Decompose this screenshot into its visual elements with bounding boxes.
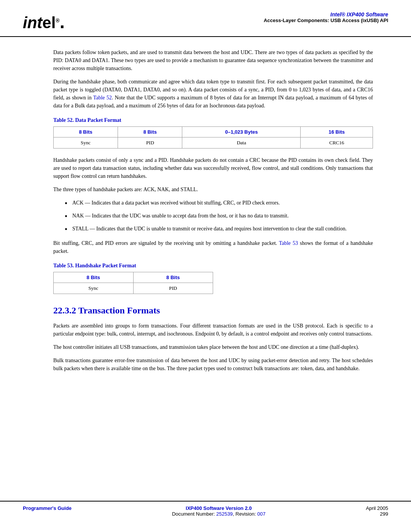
- table53-col1-header: 8 Bits: [54, 272, 134, 283]
- main-content: Data packets follow token packets, and a…: [0, 37, 411, 389]
- table52-title: Table 52. Data Packet Format: [53, 117, 373, 123]
- table53-col2-header: 8 Bits: [133, 272, 213, 283]
- paragraph-6: Packets are assembled into groups to for…: [53, 322, 373, 338]
- bullet-list: • ACK — Indicates that a data packet was…: [65, 199, 373, 234]
- table52-col4-header: 16 Bits: [301, 127, 373, 137]
- footer-version: IXP400 Software Version 2.0: [172, 505, 266, 511]
- table52-col1-header: 8 Bits: [54, 127, 118, 137]
- paragraph-2: During the handshake phase, both communi…: [53, 78, 373, 110]
- intel-logo: intel®.: [23, 11, 65, 32]
- logo-text-int: int: [23, 14, 42, 32]
- table53-title: Table 53. Handshake Packet Format: [53, 263, 373, 269]
- table53-cell-sync: Sync: [54, 283, 134, 294]
- section-number: 22.3.2: [53, 305, 76, 315]
- footer-doc-start: Document Number:: [172, 511, 216, 517]
- footer-programmers-guide: Programmer's Guide: [23, 505, 72, 511]
- bullet-dot-2: •: [65, 212, 72, 221]
- paragraph-3: Handshake packets consist of only a sync…: [53, 156, 373, 180]
- paragraph-4: The three types of handshake packets are…: [53, 185, 373, 193]
- section-heading: 22.3.2 Transaction Formats: [53, 305, 373, 316]
- table52-cell-data: Data: [182, 137, 301, 149]
- footer-date: April 2005: [366, 505, 388, 511]
- para5-start: Bit stuffing, CRC, and PID errors are si…: [53, 240, 279, 246]
- paragraph-8: Bulk transactions guarantee error-free t…: [53, 356, 373, 372]
- table53-header-row: 8 Bits 8 Bits: [54, 272, 213, 283]
- footer-page: 299: [366, 511, 388, 517]
- table52-cell-pid: PID: [118, 137, 182, 149]
- table52-col3-header: 0–1,023 Bytes: [182, 127, 301, 137]
- table52-cell-sync: Sync: [54, 137, 118, 149]
- bullet-dot-3: •: [65, 225, 72, 234]
- bullet-nak: • NAK — Indicates that the UDC was unabl…: [65, 212, 373, 221]
- bullet-dot-1: •: [65, 199, 72, 208]
- footer-doc-sep: , Revision:: [233, 511, 257, 517]
- table53-cell-pid: PID: [133, 283, 213, 294]
- ack-text: ACK — Indicates that a data packet was r…: [72, 199, 373, 208]
- sub-title: Access-Layer Components: USB Access (ixU…: [264, 18, 388, 23]
- footer-doc-rev: 007: [257, 511, 266, 517]
- table52-col2-header: 8 Bits: [118, 127, 182, 137]
- logo-text-el: el: [42, 14, 56, 32]
- footer-doc-num: 252539: [216, 511, 233, 517]
- header-right: Intel® IXP400 Software Access-Layer Comp…: [264, 11, 388, 23]
- bullet-stall: • STALL — Indicates that the UDC is unab…: [65, 225, 373, 234]
- section-title: Transaction Formats: [78, 305, 160, 315]
- table52-cell-crc16: CRC16: [301, 137, 373, 149]
- table53-data-row: Sync PID: [54, 283, 213, 294]
- table52-header-row: 8 Bits 8 Bits 0–1,023 Bytes 16 Bits: [54, 127, 373, 137]
- table52-data-row: Sync PID Data CRC16: [54, 137, 373, 149]
- page-footer: Programmer's Guide IXP400 Software Versi…: [0, 501, 411, 521]
- footer-right: April 2005 299: [366, 505, 388, 517]
- bullet-ack: • ACK — Indicates that a data packet was…: [65, 199, 373, 208]
- table-52: 8 Bits 8 Bits 0–1,023 Bytes 16 Bits Sync…: [53, 126, 373, 149]
- page-header: intel®. Intel® IXP400 Software Access-La…: [0, 0, 411, 37]
- logo-dot: ®: [56, 18, 59, 24]
- footer-center: IXP400 Software Version 2.0 Document Num…: [172, 505, 266, 517]
- paragraph-7: The host controller initiates all USB tr…: [53, 343, 373, 351]
- paragraph-1: Data packets follow token packets, and a…: [53, 48, 373, 72]
- paragraph-5: Bit stuffing, CRC, and PID errors are si…: [53, 239, 373, 255]
- table52-link[interactable]: Table 52: [93, 95, 112, 101]
- table-53: 8 Bits 8 Bits Sync PID: [53, 272, 213, 294]
- table53-link[interactable]: Table 53: [279, 240, 298, 246]
- stall-text: STALL — Indicates that the UDC is unable…: [72, 225, 373, 234]
- product-name: Intel® IXP400 Software: [264, 11, 388, 18]
- page: intel®. Intel® IXP400 Software Access-La…: [0, 0, 411, 532]
- footer-doc-number: Document Number: 252539, Revision: 007: [172, 511, 266, 517]
- nak-text: NAK — Indicates that the UDC was unable …: [72, 212, 373, 221]
- logo-period: .: [60, 12, 65, 32]
